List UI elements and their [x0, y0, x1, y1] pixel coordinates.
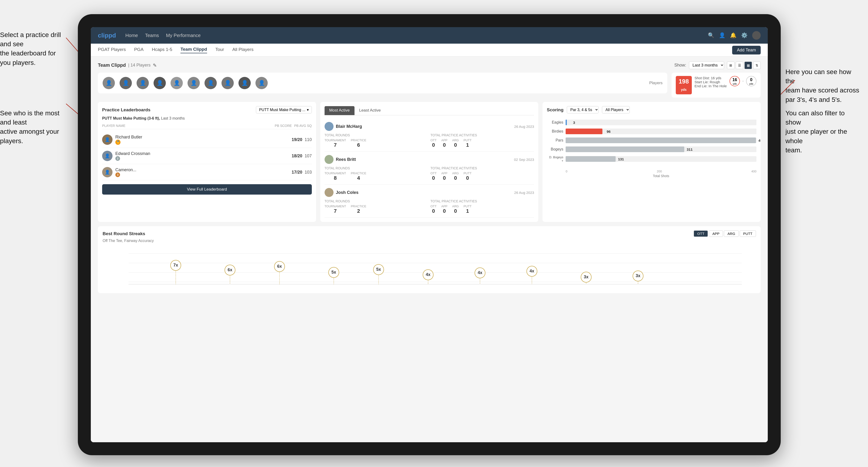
add-team-button[interactable]: Add Team — [732, 46, 761, 55]
activity-player-1: Blair McHarg 26 Aug 2023 Total Rounds To… — [324, 119, 534, 152]
bar-fill-dbogeys: 131 — [566, 156, 616, 162]
settings-icon[interactable]: ⚙️ — [741, 32, 747, 38]
nav-avatar[interactable] — [752, 31, 761, 40]
scoring-card: Scoring Par 3, 4 & 5s All Players Eagles — [542, 102, 761, 222]
team-player-count: | 14 Players — [128, 63, 151, 68]
player-avatar-2[interactable]: 👤 — [120, 77, 132, 89]
subnav-pgat[interactable]: PGAT Players — [98, 47, 126, 53]
annotation-top-right-2: You can also filter to show just one pla… — [785, 108, 861, 155]
activity-player-header-2: Rees Britt 02 Sep 2023 — [324, 155, 534, 164]
bar-dbogeys: D. Bogeys + 131 — [547, 155, 756, 162]
nav-teams[interactable]: Teams — [145, 33, 159, 38]
player-avatar-6[interactable]: 👤 — [187, 77, 200, 89]
streaks-filter-btns: OTT APP ARG PUTT — [694, 230, 756, 237]
nav-items: Home Teams My Performance — [125, 33, 699, 38]
lb-player-info-1: 👤 Richard Butler 🥇 — [102, 134, 289, 145]
app-label-3: APP — [441, 205, 447, 208]
filter-view-icon[interactable]: ⇅ — [753, 62, 761, 69]
streak-btn-ott[interactable]: OTT — [694, 230, 708, 237]
activity-tabs: Most Active Least Active — [324, 106, 534, 115]
tablet-frame: clippd Home Teams My Performance 🔍 👤 🔔 ⚙… — [78, 14, 781, 455]
scoring-par-filter[interactable]: Par 3, 4 & 5s — [567, 106, 599, 114]
list-view-icon[interactable]: ☰ — [736, 62, 743, 69]
bell-icon[interactable]: 🔔 — [730, 32, 736, 38]
annotation-bottom-left: See who is the most and least active amo… — [0, 108, 66, 146]
streaks-title: Best Round Streaks — [102, 231, 145, 236]
subnav-tour[interactable]: Tour — [215, 47, 224, 53]
streak-btn-putt[interactable]: PUTT — [740, 230, 756, 237]
streaks-chart-container: 7x 6x 6x 5x — [102, 247, 756, 289]
bar-container-dbogeys: 131 — [566, 156, 756, 162]
player-avatar-9[interactable]: 👤 — [239, 77, 251, 89]
lb-avg-2: 107 — [305, 154, 312, 158]
lb-row-1: 👤 Richard Butler 🥇 19/20 110 — [102, 132, 312, 148]
bar-birdies: Birdies 96 — [547, 129, 756, 134]
tournament-label-3: Tournament — [324, 205, 346, 208]
rounds-row-1: Tournament 7 Practice 6 — [324, 138, 428, 148]
streaks-header: Best Round Streaks OTT APP ARG PUTT — [102, 230, 756, 237]
subnav-all-players[interactable]: All Players — [232, 47, 253, 53]
lb-avg-1: 110 — [305, 137, 312, 142]
lb-table-header: PLAYER NAME PB SCORE PB AVG SQ — [102, 124, 312, 129]
nav-home[interactable]: Home — [125, 33, 138, 38]
lb-player-info-3: 👤 Cameron... 3 — [102, 167, 289, 177]
subnav-team-clippd[interactable]: Team Clippd — [181, 47, 207, 53]
tab-least-active[interactable]: Least Active — [354, 106, 385, 115]
grid-view-icon[interactable]: ⊞ — [727, 62, 735, 69]
tab-most-active[interactable]: Most Active — [324, 106, 354, 115]
scoring-player-filter[interactable]: All Players — [602, 106, 630, 114]
leaderboard-dropdown[interactable]: PUTT Must Make Putting ... ▾ — [256, 106, 312, 114]
person-icon[interactable]: 👤 — [719, 32, 725, 38]
activity-player-3: Josh Coles 26 Aug 2023 Total Rounds Tour… — [324, 185, 534, 218]
edit-team-icon[interactable]: ✎ — [153, 63, 157, 68]
scoring-header: Scoring Par 3, 4 & 5s All Players — [547, 106, 756, 114]
card-view-icon[interactable]: ▦ — [744, 62, 752, 69]
total-practice-label-3: Total Practice Activities — [431, 199, 534, 203]
practice-val-1: 6 — [351, 142, 366, 148]
svg-text:5x: 5x — [376, 267, 381, 272]
bar-label-pars: Pars — [547, 138, 563, 143]
putt-val-3: 1 — [464, 208, 471, 214]
x-axis-400: 400 — [751, 169, 756, 173]
player-avatar-1[interactable]: 👤 — [102, 77, 115, 89]
search-icon[interactable]: 🔍 — [708, 32, 714, 38]
player-avatar-10[interactable]: 👤 — [255, 77, 268, 89]
subnav-pga[interactable]: PGA — [134, 47, 144, 53]
subnav-hcaps[interactable]: Hcaps 1-5 — [152, 47, 173, 53]
activity-avatar-2 — [324, 155, 334, 164]
activity-date-2: 02 Sep 2023 — [514, 158, 534, 161]
activity-player-info-3: Josh Coles — [324, 188, 359, 197]
player-avatar-4[interactable]: 👤 — [154, 77, 166, 89]
tablet-screen: clippd Home Teams My Performance 🔍 👤 🔔 ⚙… — [91, 27, 768, 442]
player-avatar-8[interactable]: 👤 — [221, 77, 234, 89]
view-full-leaderboard-button[interactable]: View Full Leaderboard — [102, 184, 312, 195]
streak-btn-arg[interactable]: ARG — [724, 230, 739, 237]
x-axis-label: Total Shots — [566, 174, 756, 178]
lb-row-3: 👤 Cameron... 3 17/20 103 — [102, 164, 312, 181]
bar-label-dbogeys: D. Bogeys + — [547, 155, 563, 162]
activity-player-2: Rees Britt 02 Sep 2023 Total Rounds Tour… — [324, 152, 534, 185]
show-select[interactable]: Last 3 months — [689, 61, 724, 69]
x-axis-200: 200 — [657, 169, 662, 173]
activity-player-info-1: Blair McHarg — [324, 122, 362, 131]
col-player-name: PLAYER NAME — [102, 124, 272, 128]
player-avatar-5[interactable]: 👤 — [170, 77, 183, 89]
annotation-top-left: Select a practice drill and see the lead… — [0, 30, 66, 67]
player-avatar-7[interactable]: 👤 — [205, 77, 217, 89]
arg-label-2: ARG — [452, 172, 459, 175]
svg-text:4x: 4x — [426, 272, 431, 277]
team-header: Team Clippd | 14 Players ✎ Show: Last 3 … — [98, 61, 761, 69]
lb-badge-2: 2 — [115, 156, 120, 161]
bar-container-eagles: 3 — [566, 120, 756, 125]
bar-pars: Pars 499 — [547, 137, 756, 143]
show-label: Show: — [674, 63, 686, 68]
app-label-1: APP — [441, 138, 447, 142]
nav-performance[interactable]: My Performance — [166, 33, 201, 38]
arg-label-1: ARG — [452, 138, 459, 142]
streak-btn-app[interactable]: APP — [709, 230, 723, 237]
player-avatar-3[interactable]: 👤 — [136, 77, 149, 89]
bar-fill-eagles: 3 — [566, 120, 567, 125]
shot-circle-1: 16 yds — [730, 76, 740, 86]
bar-container-bogeys: 311 — [566, 147, 756, 152]
svg-text:3x: 3x — [584, 275, 588, 279]
